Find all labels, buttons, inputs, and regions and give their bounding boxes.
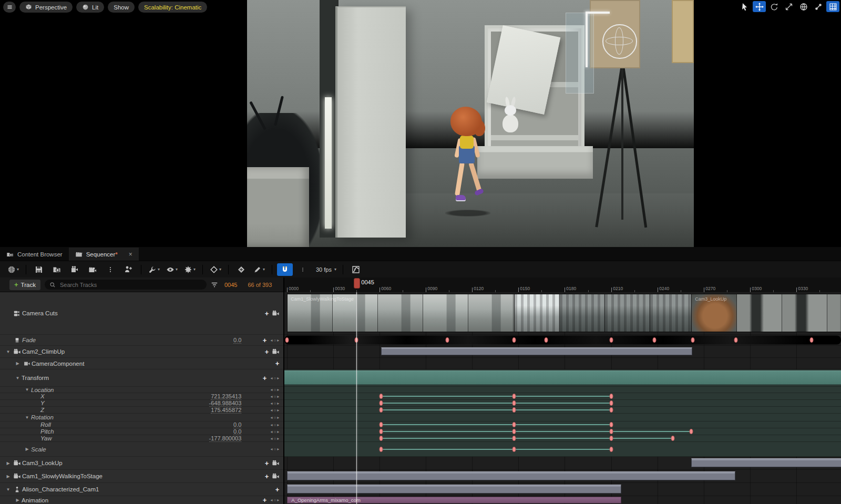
keyframe[interactable] bbox=[610, 407, 613, 413]
search-tracks-input[interactable] bbox=[59, 281, 187, 289]
track-value[interactable]: -177.800003 bbox=[209, 435, 242, 442]
keyframe[interactable] bbox=[380, 394, 383, 399]
keyframe[interactable] bbox=[512, 436, 516, 441]
expander-right-icon[interactable]: ▶ bbox=[4, 474, 12, 479]
keyframe[interactable] bbox=[610, 394, 613, 399]
timeline-row-alison-characterized-cam1[interactable] bbox=[284, 483, 841, 496]
keyframe[interactable] bbox=[610, 429, 613, 434]
keyframe-nav[interactable]: ◂○▸ bbox=[270, 498, 279, 502]
keyframe-nav[interactable]: ◂○▸ bbox=[270, 415, 279, 420]
track-section-bar[interactable] bbox=[287, 485, 621, 493]
track-row-location-z[interactable]: Z175.455872◂○▸ bbox=[0, 407, 283, 414]
keyframe[interactable] bbox=[512, 337, 516, 343]
close-tab-icon[interactable]: × bbox=[129, 251, 132, 258]
track-row-cam3-lookup[interactable]: ▶Cam3_LookUp+ bbox=[0, 457, 283, 470]
keyframe-nav[interactable]: ◂○▸ bbox=[270, 447, 279, 451]
world-space-tool[interactable] bbox=[797, 1, 810, 12]
timeline-ruler[interactable]: 0000003000600090012001500180021002400270… bbox=[283, 277, 841, 293]
keyframe-nav[interactable]: ◂○▸ bbox=[270, 338, 279, 343]
rotate-tool[interactable] bbox=[767, 1, 781, 12]
timeline-row-rotation[interactable] bbox=[284, 414, 841, 421]
timeline-row-scale[interactable] bbox=[284, 442, 841, 457]
keyframe[interactable] bbox=[512, 447, 516, 452]
track-value[interactable]: 0.0 bbox=[233, 428, 241, 435]
expander-down-icon[interactable]: ▼ bbox=[23, 415, 31, 420]
keyframe-nav[interactable]: ◂○▸ bbox=[270, 423, 279, 427]
sequence-picker-button[interactable]: ▾ bbox=[5, 263, 21, 276]
add-track-button[interactable]: + Track bbox=[9, 280, 40, 290]
animation-clip-bar[interactable]: A_OpeningArms_mixamo_com bbox=[287, 497, 621, 503]
track-row-transform[interactable]: ▼Transform+◂○▸ bbox=[0, 369, 283, 387]
tab-content-browser[interactable]: Content Browser bbox=[0, 248, 69, 261]
keyframe[interactable] bbox=[545, 337, 548, 343]
camera-cut-section[interactable]: Cam1_SlowlyWalkingToStage bbox=[287, 294, 515, 332]
view-options-eye-button[interactable]: ▾ bbox=[164, 263, 180, 276]
playhead-marker[interactable] bbox=[354, 278, 360, 289]
timeline-row-location-y[interactable] bbox=[284, 400, 841, 407]
add-section-button[interactable]: + bbox=[275, 359, 280, 367]
timeline-row-location-z[interactable] bbox=[284, 407, 841, 414]
transform-section-bar[interactable] bbox=[284, 371, 841, 385]
track-value[interactable]: 175.455872 bbox=[211, 407, 241, 414]
track-row-cam1-slowlywalkingtostage[interactable]: ▶Cam1_SlowlyWalkingToStage+ bbox=[0, 470, 283, 483]
track-row-scale[interactable]: ▶Scale◂○▸ bbox=[0, 442, 283, 457]
browse-sequence-button[interactable] bbox=[49, 263, 65, 276]
keyframe[interactable] bbox=[380, 436, 383, 441]
select-arrow-tool[interactable] bbox=[738, 1, 751, 12]
edit-options-pen-button[interactable]: ▾ bbox=[251, 263, 267, 276]
track-row-rotation-yaw[interactable]: Yaw-177.800003◂○▸ bbox=[0, 435, 283, 442]
track-row-location-y[interactable]: Y-648.988403◂○▸ bbox=[0, 400, 283, 407]
keyframe-nav[interactable]: ◂○▸ bbox=[270, 436, 279, 441]
track-value[interactable]: -648.988403 bbox=[209, 400, 242, 407]
add-section-button[interactable]: + bbox=[265, 472, 269, 480]
timeline-area[interactable]: Cam1_SlowlyWalkingToStageCam3_LookUpA_Op… bbox=[283, 292, 841, 504]
viewport[interactable]: Perspective Lit Show Scalability: Cinema… bbox=[0, 0, 841, 247]
keyframe-nav[interactable]: ◂○▸ bbox=[270, 394, 279, 399]
camera-cut-button[interactable] bbox=[85, 263, 100, 276]
camera-button[interactable] bbox=[272, 348, 279, 355]
keyframe[interactable] bbox=[653, 337, 657, 343]
tab-sequencer[interactable]: Sequencer* × bbox=[69, 248, 139, 261]
camera-button[interactable] bbox=[272, 473, 279, 480]
keyframe[interactable] bbox=[512, 407, 516, 413]
expander-right-icon[interactable]: ▶ bbox=[23, 447, 31, 451]
fps-button[interactable]: 30 fps▾ bbox=[313, 263, 338, 276]
show-button[interactable]: Show bbox=[108, 2, 135, 13]
track-value[interactable]: 0.0 bbox=[233, 421, 241, 428]
track-row-cam2-climbup[interactable]: ▼Cam2_ClimbUp+ bbox=[0, 346, 283, 358]
keyframe[interactable] bbox=[810, 337, 814, 343]
timeline-row-location[interactable] bbox=[284, 387, 841, 393]
fade-curve-bar[interactable] bbox=[284, 336, 841, 345]
keyframe[interactable] bbox=[512, 422, 516, 427]
track-row-location-x[interactable]: X721.235413◂○▸ bbox=[0, 393, 283, 400]
expander-down-icon[interactable]: ▼ bbox=[4, 349, 12, 354]
add-section-button[interactable]: + bbox=[265, 459, 269, 467]
keyframe[interactable] bbox=[512, 394, 516, 399]
add-section-button[interactable]: + bbox=[263, 336, 267, 344]
track-row-animation[interactable]: ▶Animation+◂○▸ bbox=[0, 496, 283, 504]
keyframe-nav[interactable]: ◂○▸ bbox=[270, 387, 279, 392]
auto-keyframe-button[interactable] bbox=[233, 263, 249, 276]
surface-snap-tool[interactable] bbox=[812, 1, 825, 12]
scalability-button[interactable]: Scalability: Cinematic bbox=[138, 2, 207, 13]
add-actor-button[interactable] bbox=[120, 263, 136, 276]
timeline-row-animation[interactable]: A_OpeningArms_mixamo_com bbox=[284, 496, 841, 504]
keyframe[interactable] bbox=[380, 422, 383, 427]
timeline-row-cam3-lookup[interactable] bbox=[284, 457, 841, 470]
expander-right-icon[interactable]: ▶ bbox=[14, 361, 22, 366]
scale-tool[interactable] bbox=[782, 1, 795, 12]
options-kebab-button[interactable] bbox=[102, 263, 118, 276]
timeline-row-rotation-roll[interactable] bbox=[284, 421, 841, 428]
save-button[interactable] bbox=[31, 263, 47, 276]
keyframe[interactable] bbox=[512, 400, 516, 406]
keyframe[interactable] bbox=[446, 337, 449, 343]
timeline-row-location-x[interactable] bbox=[284, 393, 841, 400]
expander-down-icon[interactable]: ▼ bbox=[4, 487, 12, 492]
settings-wrench-button[interactable]: ▾ bbox=[146, 263, 162, 276]
timeline-row-rotation-yaw[interactable] bbox=[284, 435, 841, 442]
add-section-button[interactable]: + bbox=[275, 486, 280, 493]
add-section-button[interactable]: + bbox=[263, 496, 267, 504]
expander-down-icon[interactable]: ▼ bbox=[23, 387, 31, 392]
filter-icon[interactable] bbox=[211, 281, 218, 289]
camera-button[interactable] bbox=[272, 460, 279, 467]
